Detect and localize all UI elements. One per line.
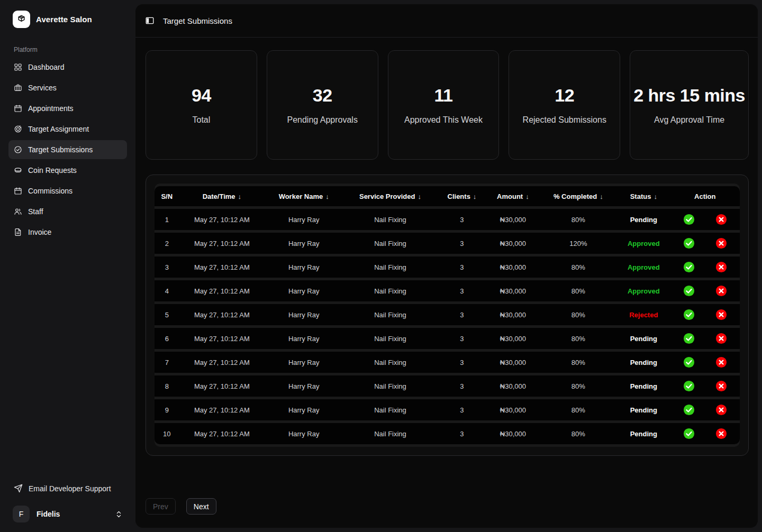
reject-button[interactable] <box>715 333 727 344</box>
cell-amount: ₦30,000 <box>486 256 539 278</box>
cell-service: Nail Fixing <box>343 328 437 349</box>
sidebar-nav: DashboardServicesAppointmentsTarget Assi… <box>8 58 127 242</box>
stat-card-rejected-submissions: 12Rejected Submissions <box>509 50 620 160</box>
users-icon <box>14 207 22 216</box>
stat-value: 12 <box>555 85 574 106</box>
sort-descending-icon[interactable]: ↓ <box>525 192 529 200</box>
coin-icon <box>14 166 22 175</box>
goal-icon <box>14 125 22 133</box>
cell-clients: 3 <box>438 209 486 230</box>
sidebar-item-label: Coin Requests <box>28 166 77 175</box>
table-row: 8May 27, 10:12 AMHarry RayNail Fixing3₦3… <box>155 375 740 397</box>
approve-button[interactable] <box>683 333 695 344</box>
sidebar-item-label: Commissions <box>28 187 72 195</box>
sidebar-item-target-assignment[interactable]: Target Assignment <box>8 120 127 139</box>
sidebar-item-services[interactable]: Services <box>8 78 127 97</box>
reject-button[interactable] <box>715 428 727 439</box>
reject-button[interactable] <box>715 404 727 416</box>
reject-button[interactable] <box>715 356 727 368</box>
reject-button[interactable] <box>715 237 727 249</box>
approve-button[interactable] <box>683 356 695 368</box>
cell-completed: 80% <box>540 209 617 230</box>
sidebar-item-coin-requests[interactable]: Coin Requests <box>8 161 127 180</box>
status-badge: Approved <box>617 256 670 278</box>
approve-button[interactable] <box>683 285 695 297</box>
sidebar-item-invoice[interactable]: Invoice <box>8 223 127 242</box>
content: 94Total32Pending Approvals11Approved Thi… <box>135 38 758 528</box>
reject-button[interactable] <box>715 261 727 273</box>
panel-left-icon[interactable] <box>145 16 155 25</box>
cell-service: Nail Fixing <box>343 375 437 397</box>
column-header-clients[interactable]: Clients↓ <box>438 186 486 206</box>
stat-card-approved-this-week: 11Approved This Week <box>388 50 500 160</box>
table-row: 7May 27, 10:12 AMHarry RayNail Fixing3₦3… <box>155 352 740 373</box>
cell-action <box>670 328 740 349</box>
column-header-status[interactable]: Status↓ <box>617 186 670 206</box>
reject-button[interactable] <box>715 309 727 320</box>
cell-action <box>670 304 740 325</box>
sidebar-item-appointments[interactable]: Appointments <box>8 99 127 118</box>
column-header-date-time[interactable]: Date/Time↓ <box>179 186 265 206</box>
approve-button[interactable] <box>683 309 695 320</box>
table-row: 9May 27, 10:12 AMHarry RayNail Fixing3₦3… <box>155 399 740 420</box>
table-row: 4May 27, 10:12 AMHarry RayNail Fixing3₦3… <box>155 280 740 301</box>
column-header--completed[interactable]: % Completed↓ <box>540 186 617 206</box>
cell-action <box>670 352 740 373</box>
cell-completed: 80% <box>540 280 617 301</box>
sidebar: Averette Salon Platform DashboardService… <box>0 0 135 532</box>
cell-clients: 3 <box>438 375 486 397</box>
cell-worker: Harry Ray <box>265 280 343 301</box>
approve-button[interactable] <box>683 214 695 225</box>
stat-value: 32 <box>313 85 332 106</box>
sidebar-item-label: Target Submissions <box>28 145 93 154</box>
sort-descending-icon[interactable]: ↓ <box>325 192 329 200</box>
status-badge: Pending <box>617 352 670 373</box>
sort-descending-icon[interactable]: ↓ <box>473 192 477 200</box>
submissions-table: S/NDate/Time↓Worker Name↓Service Provide… <box>155 184 740 447</box>
sort-descending-icon[interactable]: ↓ <box>654 192 657 200</box>
approve-button[interactable] <box>683 404 695 416</box>
user-name: Fidelis <box>37 510 60 518</box>
cell-sn: 9 <box>155 399 179 420</box>
column-header-worker-name[interactable]: Worker Name↓ <box>265 186 343 206</box>
stat-label: Pending Approvals <box>287 115 357 125</box>
approve-button[interactable] <box>683 237 695 249</box>
sidebar-item-dashboard[interactable]: Dashboard <box>8 58 127 77</box>
sort-descending-icon[interactable]: ↓ <box>418 192 421 200</box>
prev-button[interactable]: Prev <box>146 498 176 515</box>
sidebar-item-label: Target Assignment <box>28 125 89 133</box>
sidebar-item-target-submissions[interactable]: Target Submissions <box>8 140 127 159</box>
calendar-icon <box>14 187 22 195</box>
column-header-amount[interactable]: Amount↓ <box>486 186 539 206</box>
cell-service: Nail Fixing <box>343 233 437 254</box>
sidebar-item-staff[interactable]: Staff <box>8 202 127 221</box>
stat-label: Avg Approval Time <box>654 115 724 125</box>
reject-button[interactable] <box>715 214 727 225</box>
column-header-service-provided[interactable]: Service Provided↓ <box>343 186 437 206</box>
cell-amount: ₦30,000 <box>486 352 539 373</box>
sidebar-bottom: Email Developer Support F Fidelis <box>8 481 127 525</box>
brand[interactable]: Averette Salon <box>8 8 127 30</box>
cell-completed: 80% <box>540 423 617 444</box>
cell-amount: ₦30,000 <box>486 399 539 420</box>
cell-datetime: May 27, 10:12 AM <box>179 209 265 230</box>
cell-sn: 6 <box>155 328 179 349</box>
approve-button[interactable] <box>683 380 695 392</box>
reject-button[interactable] <box>715 285 727 297</box>
approve-button[interactable] <box>683 261 695 273</box>
cell-completed: 80% <box>540 375 617 397</box>
cell-worker: Harry Ray <box>265 233 343 254</box>
stat-value: 2 hrs 15 mins <box>633 85 745 106</box>
email-developer-support[interactable]: Email Developer Support <box>8 481 127 496</box>
sort-descending-icon[interactable]: ↓ <box>238 192 242 200</box>
sort-descending-icon[interactable]: ↓ <box>600 192 603 200</box>
reject-button[interactable] <box>715 380 727 392</box>
cell-clients: 3 <box>438 399 486 420</box>
file-text-icon <box>14 228 22 236</box>
user-menu[interactable]: F Fidelis <box>8 503 127 525</box>
approve-button[interactable] <box>683 428 695 439</box>
cell-amount: ₦30,000 <box>486 233 539 254</box>
sidebar-item-commissions[interactable]: Commissions <box>8 181 127 200</box>
cell-datetime: May 27, 10:12 AM <box>179 280 265 301</box>
next-button[interactable]: Next <box>186 498 216 515</box>
